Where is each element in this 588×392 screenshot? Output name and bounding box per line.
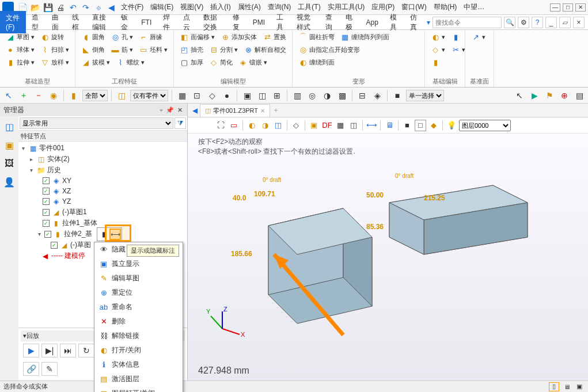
flyout-dim-icon[interactable]: ⟷ <box>109 229 121 240</box>
tb-a[interactable]: ▦ <box>176 89 188 102</box>
filter-all-select[interactable]: 全部 <box>82 90 108 101</box>
ribbon-tab-fti[interactable]: FTI <box>135 16 157 29</box>
canvas-3d[interactable]: 按下<F2>动态的观察 <F8>或者<Shift-roll> 查找下一个有效的过… <box>188 134 588 380</box>
menu-help[interactable]: 帮助(H) <box>430 2 461 12</box>
cylbend-button[interactable]: ⌒圆柱折弯 <box>296 31 337 43</box>
vt-dim[interactable]: ⟷ <box>366 120 377 131</box>
flyout-color-icon[interactable]: ▮ <box>98 229 109 240</box>
part-icon[interactable]: ◫ <box>115 89 128 102</box>
cm-openclose[interactable]: ◐打开/关闭 <box>94 343 183 357</box>
entity-icon[interactable]: ◉ <box>47 89 60 102</box>
lip-button[interactable]: ⌐唇缘 <box>136 31 165 43</box>
pen-button[interactable]: ✎ <box>41 362 58 376</box>
fillet-button[interactable]: ◖圆角 <box>79 31 107 43</box>
minimize-icon[interactable]: — <box>550 3 560 12</box>
cm-info[interactable]: ℹ实体信息 <box>94 357 183 372</box>
tb-b[interactable]: ⊡ <box>191 89 203 102</box>
vt-grid[interactable]: ▦ <box>335 120 346 131</box>
vt-screen[interactable]: 🖥 <box>384 120 395 131</box>
min-ribbon-icon[interactable]: _ <box>545 17 557 28</box>
loft-button[interactable]: ▽放样▾ <box>38 56 71 68</box>
close-icon[interactable]: ✕ <box>575 3 586 12</box>
tb-l[interactable]: ⊟ <box>356 89 369 102</box>
manager-pin-icon[interactable]: 📌 <box>165 106 175 114</box>
tb-arrow[interactable]: ↖ <box>513 89 526 102</box>
tb-k[interactable]: ▩ <box>336 89 348 102</box>
cursor-icon[interactable]: ↖ <box>2 89 15 102</box>
sphere-button[interactable]: ●球体▾ <box>3 44 37 55</box>
tb-n[interactable]: ■ <box>391 89 404 102</box>
tb-d[interactable]: ● <box>221 89 233 102</box>
thread-button[interactable]: ⌇螺纹▾ <box>113 56 147 68</box>
tb-c[interactable]: ◇ <box>206 89 218 102</box>
inlay-button[interactable]: ◈镶嵌▾ <box>236 56 270 68</box>
edit1-button[interactable]: ◐▾ <box>428 31 447 43</box>
ribbon-overflow-icon[interactable]: ▾ <box>424 18 433 26</box>
chamfer-button[interactable]: ◣倒角 <box>79 44 107 55</box>
vt-shade1[interactable]: ◐ <box>246 120 257 131</box>
shell-button[interactable]: ◰抽壳 <box>177 44 206 55</box>
vt-shade3[interactable]: ◫ <box>272 120 284 131</box>
sb-view2-icon[interactable]: 🖥 <box>562 382 572 391</box>
wrapface-button[interactable]: ◐缠绕到面 <box>296 56 337 68</box>
tb-m[interactable]: ◈ <box>371 89 384 102</box>
menu-brand[interactable]: 中望… <box>460 2 488 12</box>
command-search-input[interactable] <box>433 17 502 28</box>
pointdeform-button[interactable]: ◎由指定点开始变形 <box>296 44 362 55</box>
tab-prev-icon[interactable]: ◀ <box>190 106 200 115</box>
cm-layertoggle[interactable]: ▥图层打开/关闭 <box>94 386 183 392</box>
vt-white[interactable]: □ <box>415 120 426 131</box>
tb-e[interactable]: ▣ <box>241 89 253 102</box>
vt-shade2[interactable]: ◑ <box>259 120 271 131</box>
tb-g[interactable]: ⊞ <box>271 89 283 102</box>
extrude-button[interactable]: ▮拉伸▾ <box>3 56 37 68</box>
tb-zoom[interactable]: ⊕ <box>558 89 571 102</box>
loop-button[interactable]: ↻ <box>78 344 94 357</box>
manager-tab-feature[interactable]: ◫ <box>1 119 17 135</box>
gear-icon[interactable]: ⚙ <box>518 17 529 28</box>
manager-collapse-icon[interactable]: ▫ <box>159 106 164 114</box>
vt-view[interactable]: ▭ <box>228 120 240 131</box>
solid-body-2[interactable] <box>361 168 533 272</box>
simplify-button[interactable]: ◇简化 <box>207 56 235 68</box>
addbody-button[interactable]: ⊕添加实体 <box>218 31 259 43</box>
node-toolbar[interactable]: ▮ ⟷ <box>97 227 122 241</box>
sweep-button[interactable]: ⌇扫掠▾ <box>38 44 71 55</box>
filter-funnel-icon[interactable]: ⧩ <box>174 117 186 129</box>
thicken-button[interactable]: ▢加厚 <box>177 56 206 68</box>
ribbon-tab-pmi[interactable]: PMI <box>247 16 271 29</box>
vt-color[interactable]: ◆ <box>428 120 439 131</box>
offset-button[interactable]: ◧面偏移▾ <box>177 31 217 43</box>
tb-flag[interactable]: ⚑ <box>543 89 556 102</box>
stock-button[interactable]: ▭坯料▾ <box>136 44 170 55</box>
layer-select[interactable]: 图层0000 <box>459 120 511 131</box>
draft-button[interactable]: ◢拔模▾ <box>79 56 112 68</box>
cm-delete[interactable]: ✕删除 <box>94 314 183 329</box>
vt-wire[interactable]: ◇ <box>290 120 302 131</box>
manager-tab-view[interactable]: ▣ <box>1 137 17 153</box>
tb-j[interactable]: ◑ <box>321 89 333 102</box>
vt-fullscreen[interactable]: ⛶ <box>215 120 226 131</box>
split-button[interactable]: ⊟分割▾ <box>207 44 240 55</box>
link-button[interactable]: 🔗 <box>23 362 39 376</box>
end-button[interactable]: ⏭ <box>60 344 76 357</box>
tab-add-icon[interactable]: ＋ <box>270 105 282 115</box>
manager-tab-user[interactable]: 👤 <box>1 174 17 190</box>
tb-doc[interactable]: ▤ <box>573 89 586 102</box>
sb-view3-icon[interactable]: ▣ <box>574 382 585 391</box>
restore-ribbon-icon[interactable]: ▱ <box>559 17 571 28</box>
document-tab[interactable]: ◫ 零件001.Z3PRT ✕ <box>200 104 270 117</box>
tb-i[interactable]: ◎ <box>306 89 318 102</box>
datum-button[interactable]: ↗▾ <box>469 31 490 43</box>
sb-view1-icon[interactable]: ▯ <box>549 382 559 391</box>
close-ribbon-icon[interactable]: × <box>573 17 585 28</box>
vt-clip[interactable]: ◫ <box>348 120 359 131</box>
ribbon-tab-appribbon[interactable]: App <box>361 16 384 29</box>
cm-isolate[interactable]: ▣孤立显示 <box>94 257 183 271</box>
edit3-button[interactable]: ◇▾ <box>428 44 447 55</box>
tb-f[interactable]: ◫ <box>256 89 268 102</box>
rib-button[interactable]: ▬筋▾ <box>108 44 135 55</box>
cm-activatelayer[interactable]: ▤激活图层 <box>94 372 183 386</box>
plus-icon[interactable]: ＋ <box>17 89 30 102</box>
minus-icon[interactable]: － <box>32 89 45 102</box>
